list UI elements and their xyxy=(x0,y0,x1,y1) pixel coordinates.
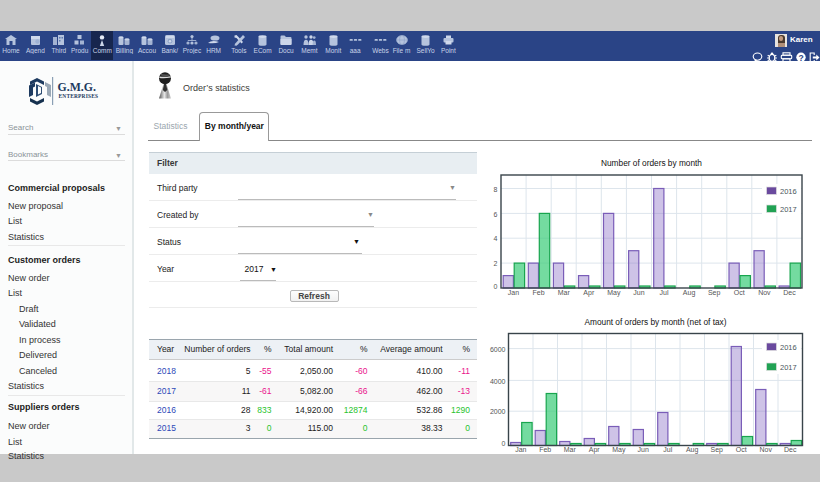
svg-text:2017: 2017 xyxy=(780,205,797,214)
svg-text:May: May xyxy=(612,446,626,454)
svg-text:Jul: Jul xyxy=(663,446,672,453)
svg-text:6000: 6000 xyxy=(490,346,506,353)
svg-text:8: 8 xyxy=(494,186,498,193)
svg-text:Apr: Apr xyxy=(583,289,595,297)
svg-text:0: 0 xyxy=(494,283,498,290)
svg-text:Aug: Aug xyxy=(686,446,699,454)
svg-text:2: 2 xyxy=(494,260,498,267)
svg-text:Nov: Nov xyxy=(758,289,771,296)
svg-text:Jan: Jan xyxy=(508,289,519,296)
svg-text:Mar: Mar xyxy=(558,289,571,296)
svg-text:Mar: Mar xyxy=(564,446,577,453)
svg-text:Aug: Aug xyxy=(683,289,696,297)
svg-text:Number of orders by month: Number of orders by month xyxy=(601,158,702,168)
svg-text:2000: 2000 xyxy=(490,408,506,415)
svg-text:2016: 2016 xyxy=(780,343,797,352)
svg-text:Dec: Dec xyxy=(783,289,796,296)
svg-text:0: 0 xyxy=(502,440,506,447)
svg-text:May: May xyxy=(607,289,621,297)
svg-text:Amount of orders by month (net: Amount of orders by month (net of tax) xyxy=(584,317,726,327)
svg-text:Jun: Jun xyxy=(633,289,644,296)
svg-text:G.M.G.: G.M.G. xyxy=(58,80,96,94)
svg-text:4000: 4000 xyxy=(490,378,506,385)
svg-text:?: ? xyxy=(798,53,803,63)
svg-text:Jan: Jan xyxy=(515,446,526,453)
svg-text:6: 6 xyxy=(494,211,498,218)
svg-text:Nov: Nov xyxy=(760,446,773,453)
svg-text:Apr: Apr xyxy=(589,446,601,454)
svg-text:Sep: Sep xyxy=(711,446,724,454)
svg-text:Dec: Dec xyxy=(784,446,797,453)
svg-text:ENTERPRISES: ENTERPRISES xyxy=(59,93,99,99)
svg-text:Oct: Oct xyxy=(736,446,747,453)
svg-text:2016: 2016 xyxy=(780,187,797,196)
svg-text:Feb: Feb xyxy=(533,289,545,296)
svg-text:Feb: Feb xyxy=(539,446,551,453)
svg-text:2017: 2017 xyxy=(780,363,797,372)
svg-text:Jul: Jul xyxy=(660,289,669,296)
svg-text:Sep: Sep xyxy=(708,289,721,297)
svg-text:Jun: Jun xyxy=(638,446,649,453)
svg-text:Oct: Oct xyxy=(734,289,745,296)
svg-text:4: 4 xyxy=(494,235,498,242)
